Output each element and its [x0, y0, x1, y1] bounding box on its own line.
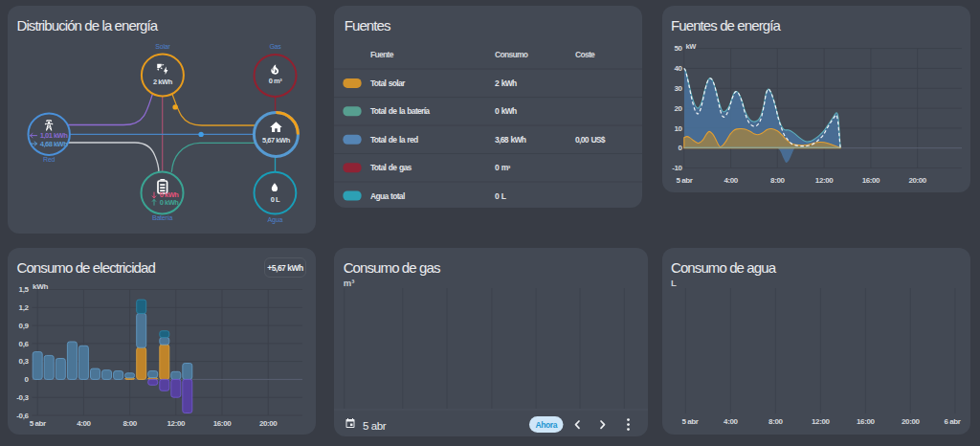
- svg-text:8:00: 8:00: [768, 417, 783, 426]
- svg-text:4:00: 4:00: [77, 419, 91, 428]
- svg-text:16:00: 16:00: [213, 419, 232, 428]
- svg-text:-0,6: -0,6: [16, 412, 29, 420]
- svg-text:kWh: kWh: [33, 282, 48, 291]
- svg-text:0: 0: [24, 375, 29, 384]
- svg-text:0 L: 0 L: [271, 195, 280, 204]
- svg-text:Fuente: Fuente: [370, 50, 394, 59]
- svg-text:20:00: 20:00: [259, 419, 278, 428]
- svg-text:16:00: 16:00: [862, 176, 880, 185]
- svg-text:20:00: 20:00: [908, 176, 926, 185]
- svg-text:Ahora: Ahora: [535, 420, 557, 430]
- svg-text:kW: kW: [685, 42, 697, 51]
- svg-text:Consumo: Consumo: [495, 50, 528, 59]
- svg-text:5 abr: 5 abr: [681, 417, 698, 426]
- svg-text:Coste: Coste: [575, 50, 595, 59]
- svg-text:2 kWh: 2 kWh: [495, 78, 517, 88]
- svg-text:3,68 kWh: 3,68 kWh: [495, 135, 526, 145]
- svg-text:2 kWh: 2 kWh: [153, 78, 173, 86]
- svg-text:0 kWh: 0 kWh: [160, 198, 180, 207]
- svg-text:-10: -10: [672, 164, 682, 172]
- svg-text:Agua: Agua: [268, 216, 283, 224]
- svg-text:4,68 kWh: 4,68 kWh: [40, 140, 68, 148]
- svg-text:0,00 US$: 0,00 US$: [575, 135, 606, 145]
- svg-text:5 abr: 5 abr: [363, 420, 387, 432]
- svg-text:8:00: 8:00: [770, 176, 785, 185]
- svg-text:1,5: 1,5: [19, 285, 30, 294]
- svg-text:Red: Red: [43, 156, 56, 163]
- svg-text:0: 0: [678, 144, 682, 152]
- svg-text:40: 40: [674, 64, 682, 73]
- svg-text:50: 50: [674, 44, 682, 53]
- svg-text:12:00: 12:00: [167, 419, 186, 428]
- svg-text:Solar: Solar: [155, 43, 170, 50]
- svg-text:0 m³: 0 m³: [269, 77, 283, 85]
- svg-text:30: 30: [674, 84, 682, 93]
- svg-text:20:00: 20:00: [902, 417, 920, 426]
- svg-text:16:00: 16:00: [857, 417, 875, 426]
- svg-text:0,3: 0,3: [19, 357, 30, 366]
- svg-text:8:00: 8:00: [122, 419, 137, 428]
- svg-text:Batería: Batería: [152, 214, 172, 221]
- svg-text:Total solar: Total solar: [370, 78, 406, 88]
- svg-text:0 m³: 0 m³: [495, 163, 511, 172]
- svg-text:5 abr: 5 abr: [30, 419, 46, 428]
- svg-text:0,9: 0,9: [19, 322, 30, 330]
- svg-text:12:00: 12:00: [815, 176, 834, 185]
- svg-text:Total de gas: Total de gas: [370, 163, 412, 172]
- svg-text:5 abr: 5 abr: [676, 176, 692, 185]
- svg-text:12:00: 12:00: [812, 417, 830, 426]
- svg-text:0,6: 0,6: [19, 340, 30, 348]
- svg-text:Gas: Gas: [269, 43, 281, 50]
- svg-text:10: 10: [674, 124, 682, 133]
- svg-text:Total de la red: Total de la red: [370, 135, 418, 145]
- svg-text:5,67 kWh: 5,67 kWh: [262, 136, 291, 145]
- svg-text:20: 20: [674, 104, 682, 113]
- svg-text:Agua total: Agua total: [370, 191, 405, 201]
- svg-text:1,2: 1,2: [19, 303, 30, 312]
- svg-text:0 L: 0 L: [495, 191, 506, 201]
- svg-text:Total de la batería: Total de la batería: [370, 106, 430, 116]
- svg-text:4:00: 4:00: [724, 417, 738, 426]
- svg-text:4:00: 4:00: [724, 176, 738, 185]
- svg-text:6 abr: 6 abr: [944, 417, 960, 426]
- svg-text:0 kWh: 0 kWh: [495, 106, 517, 116]
- svg-text:-0,3: -0,3: [16, 393, 29, 402]
